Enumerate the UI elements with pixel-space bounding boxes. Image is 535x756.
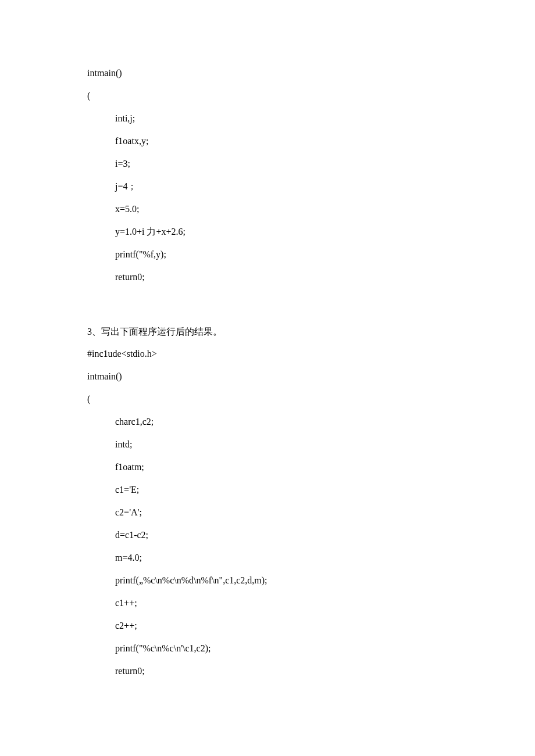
code-line: c1='E; (87, 485, 535, 495)
code-line: printf("%f,y); (87, 250, 535, 259)
document-page: intmain() ( inti,j; f1oatx,y; i=3; j=4； … (0, 0, 535, 756)
question-heading: 3、写出下面程序运行后的结果。 (87, 327, 535, 336)
code-line: printf(„%c\n%c\n%d\n%f\n",c1,c2,d,m); (87, 576, 535, 585)
code-line: #inc1ude<stdio.h> (87, 349, 535, 359)
code-line: intd; (87, 440, 535, 449)
code-line: c2++; (87, 621, 535, 630)
code-line: c2='A'; (87, 508, 535, 517)
code-line: return0; (87, 667, 535, 676)
code-line: return0; (87, 273, 535, 282)
code-line: intmain() (87, 69, 535, 78)
code-line: x=5.0; (87, 205, 535, 214)
code-line: m=4.0; (87, 553, 535, 562)
code-line: charc1,c2; (87, 417, 535, 427)
code-line: y=1.0+i 力+x+2.6; (87, 227, 535, 237)
code-line: printf("%c\n%c\n'\c1,c2); (87, 644, 535, 653)
code-line: f1oatx,y; (87, 137, 535, 146)
code-line: f1oatm; (87, 463, 535, 472)
code-line: c1++; (87, 599, 535, 608)
code-line: i=3; (87, 159, 535, 169)
code-line: intmain() (87, 372, 535, 381)
code-line: ( (87, 91, 535, 101)
code-line: j=4； (87, 182, 535, 191)
code-line: ( (87, 395, 535, 404)
code-line: inti,j; (87, 114, 535, 123)
spacer (87, 295, 535, 327)
code-line: d=c1-c2; (87, 531, 535, 540)
